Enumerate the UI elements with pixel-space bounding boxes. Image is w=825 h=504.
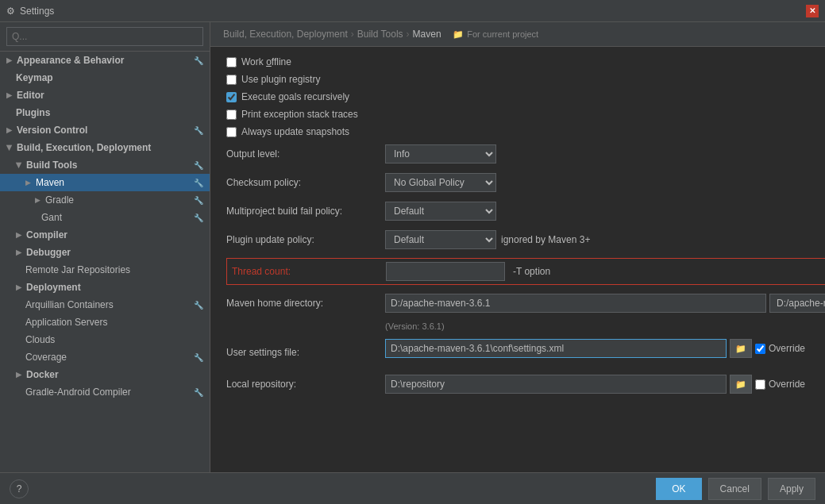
output-level-label: Output level: [226,148,385,160]
override-settings-checkbox[interactable] [755,344,765,354]
sidebar-item-label: Build, Execution, Deployment [17,142,151,153]
thread-count-label: Thread count: [232,266,386,277]
sidebar-item-compiler[interactable]: ▶ Compiler [0,226,210,244]
output-level-select[interactable]: Info Debug Quiet [385,144,496,164]
plugin-update-row: Plugin update policy: Default Always Nev… [226,229,825,250]
sidebar-item-label: Clouds [25,334,55,345]
output-level-row: Output level: Info Debug Quiet [226,144,825,164]
override-repo-label: Override [769,379,805,390]
multiproject-policy-label: Multiproject build fail policy: [226,206,385,217]
override-repo-checkbox[interactable] [755,379,765,390]
action-buttons: OK Cancel Apply [656,478,815,500]
always-update-checkbox[interactable] [226,127,237,137]
sidebar-item-appearance[interactable]: ▶ Appearance & Behavior 🔧 [0,52,210,69]
for-current-label: 📁 For current project [453,29,538,40]
sidebar-item-label: Editor [17,90,44,101]
sidebar-item-version-control[interactable]: ▶ Version Control 🔧 [0,121,210,139]
checkbox-execute-goals: Execute goals recursively [226,91,825,102]
sidebar-item-build-exec[interactable]: ▶ Build, Execution, Deployment [0,139,210,156]
checkbox-print-exception: Print exception stack traces [226,109,825,120]
sidebar-item-coverage[interactable]: Coverage 🔧 [0,348,210,366]
sidebar-item-label: Coverage [25,352,67,363]
sidebar-item-plugins[interactable]: Plugins [0,104,210,121]
main-layout: ▶ Appearance & Behavior 🔧 Keymap ▶ Edito… [0,22,825,472]
print-exception-label: Print exception stack traces [241,109,358,120]
version-note: (Version: 3.6.1) [226,321,825,331]
work-offline-checkbox[interactable] [226,57,237,67]
sidebar-item-label: Appearance & Behavior [17,55,124,66]
sidebar-item-gant[interactable]: Gant 🔧 [0,209,210,226]
settings-icon: 🔧 [194,214,203,222]
sidebar-item-label: Version Control [17,125,87,136]
local-repo-browse-button[interactable]: 📁 [730,375,752,394]
sidebar-item-clouds[interactable]: Clouds [0,331,210,348]
checksum-policy-select[interactable]: No Global Policy Warn Fail [385,173,496,192]
sidebar-item-keymap[interactable]: Keymap [0,69,210,87]
checkbox-plugin-registry: Use plugin registry [226,74,825,85]
maven-home-input[interactable] [385,294,766,313]
arrow-icon: ▶ [25,179,31,187]
user-settings-browse-button[interactable]: 📁 [730,339,752,358]
arrow-icon: ▶ [6,91,12,99]
sidebar: ▶ Appearance & Behavior 🔧 Keymap ▶ Edito… [0,22,210,472]
sidebar-item-gradle[interactable]: ▶ Gradle 🔧 [0,191,210,209]
sidebar-item-deployment[interactable]: ▶ Deployment [0,279,210,296]
ok-button[interactable]: OK [656,478,701,500]
plugin-registry-label: Use plugin registry [241,74,320,85]
user-settings-input[interactable] [385,339,727,358]
help-button[interactable]: ? [10,479,29,498]
breadcrumb-part-1: Build, Execution, Deployment [223,29,348,40]
content-body: Work offline Use plugin registry Execute… [210,47,825,472]
search-input[interactable] [6,27,203,46]
project-icon: 📁 [453,29,464,40]
arrow-icon: ▶ [6,145,13,151]
thread-count-note: -T option [513,266,550,277]
arrow-icon: ▶ [6,56,12,64]
sidebar-item-debugger[interactable]: ▶ Debugger [0,244,210,261]
checksum-policy-row: Checksum policy: No Global Policy Warn F… [226,172,825,193]
thread-count-row: Thread count: -T option [226,258,825,285]
local-repo-row: Local repository: 📁 Override [226,374,825,394]
settings-icon: 🔧 [194,301,203,310]
settings-icon: 🔧 [194,388,203,397]
close-button[interactable]: ✕ [806,5,819,17]
sidebar-item-build-tools[interactable]: ▶ Build Tools 🔧 [0,156,210,174]
print-exception-checkbox[interactable] [226,110,237,120]
sidebar-item-label: Arquillian Containers [25,299,114,310]
maven-home-dropdown[interactable]: D:/apache-maven-3.6.1 [769,294,825,313]
maven-home-row: Maven home directory: D:/apache-maven-3.… [226,293,825,314]
sidebar-item-label: Build Tools [26,160,77,171]
breadcrumb-current: Maven [413,29,441,40]
plugin-registry-checkbox[interactable] [226,75,237,85]
sidebar-item-maven[interactable]: ▶ Maven 🔧 [0,174,210,191]
sidebar-item-app-servers[interactable]: Application Servers [0,314,210,331]
local-repo-input[interactable] [385,375,727,394]
plugin-update-select[interactable]: Default Always Never Daily [385,230,496,249]
checkbox-work-offline: Work offline [226,56,825,67]
cancel-button[interactable]: Cancel [708,478,761,500]
arrow-icon: ▶ [6,126,12,134]
sidebar-item-docker[interactable]: ▶ Docker [0,366,210,383]
thread-count-input[interactable] [386,262,505,281]
bottom-bar: ? OK Cancel Apply [0,472,825,504]
arrow-icon: ▶ [35,196,40,204]
settings-icon: 🔧 [194,56,203,65]
arrow-icon: ▶ [15,163,23,168]
sidebar-item-remote-jar[interactable]: Remote Jar Repositories [0,261,210,279]
settings-icon: 🔧 [194,126,203,135]
settings-icon: 🔧 [194,353,203,362]
sidebar-item-gradle-android[interactable]: Gradle-Android Compiler 🔧 [0,383,210,401]
multiproject-policy-row: Multiproject build fail policy: Default … [226,201,825,221]
checkbox-always-update: Always update snapshots [226,126,825,137]
sidebar-item-label: Keymap [16,72,53,83]
multiproject-policy-select[interactable]: Default Never At End Immediately [385,202,496,221]
apply-button[interactable]: Apply [768,478,815,500]
sidebar-item-label: Plugins [16,107,50,118]
execute-goals-checkbox[interactable] [226,92,237,102]
sidebar-item-arquillian[interactable]: Arquillian Containers 🔧 [0,296,210,314]
title-bar-title: Settings [20,6,54,17]
content-panel: Build, Execution, Deployment › Build Too… [210,22,825,472]
always-update-label: Always update snapshots [241,126,349,137]
sidebar-item-editor[interactable]: ▶ Editor [0,87,210,104]
breadcrumb: Build, Execution, Deployment › Build Too… [210,22,825,47]
